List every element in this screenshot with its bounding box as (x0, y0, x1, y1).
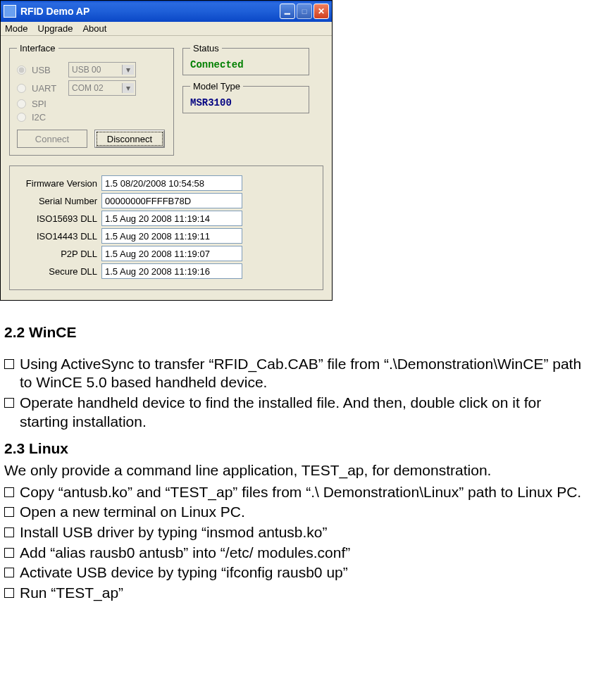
minimize-button[interactable] (280, 4, 295, 19)
serial-label: Serial Number (18, 196, 101, 206)
radio-usb-label: USB (32, 65, 63, 75)
secure-value: 1.5 Aug 20 2008 11:19:16 (101, 263, 242, 279)
bullet-box (4, 568, 14, 577)
client-area: Interface USB USB 00 UART COM 02 SPI (1, 36, 332, 300)
firmware-label: Firmware Version (18, 178, 101, 189)
uart-combo[interactable]: COM 02 (68, 80, 136, 96)
model-value: MSR3100 (190, 97, 302, 108)
bullet-box (4, 359, 14, 369)
radio-spi[interactable] (17, 99, 26, 108)
linux-step-4: Add “alias rausb0 antusb” into “/etc/ mo… (20, 544, 592, 563)
linux-step-1: Copy “antusb.ko” and “TEST_ap” files fro… (20, 483, 592, 502)
model-group: Model Type MSR3100 (182, 81, 309, 113)
titlebar: RFID Demo AP (1, 1, 332, 22)
status-group: Status Connected (182, 43, 309, 75)
bullet-box (4, 588, 14, 598)
linux-step-3: Install USB driver by typing “insmod ant… (20, 523, 592, 542)
radio-uart[interactable] (17, 84, 26, 93)
interface-group: Interface USB USB 00 UART COM 02 SPI (9, 43, 174, 156)
linux-step-2: Open a new terminal on Linux PC. (20, 503, 592, 522)
menubar: Mode Upgrade About (1, 22, 332, 36)
iso15693-label: ISO15693 DLL (18, 213, 101, 224)
close-button[interactable] (313, 4, 329, 19)
p2p-value: 1.5 Aug 20 2008 11:19:07 (101, 246, 242, 261)
serial-value: 00000000FFFFB78D (101, 193, 242, 208)
menu-about[interactable]: About (82, 23, 106, 34)
secure-label: Secure DLL (18, 266, 101, 277)
wince-step-1: Using ActiveSync to transfer “RFID_Cab.C… (20, 355, 592, 392)
radio-spi-label: SPI (32, 99, 63, 109)
linux-intro: We only provide a command line applicati… (4, 461, 592, 480)
iso15693-value: 1.5 Aug 20 2008 11:19:14 (101, 211, 242, 226)
radio-i2c[interactable] (17, 113, 26, 122)
linux-step-6: Run “TEST_ap” (20, 584, 592, 603)
interface-legend: Interface (17, 43, 58, 54)
bullet-box (4, 507, 14, 517)
disconnect-button[interactable]: Disconnect (94, 130, 165, 148)
window-title: RFID Demo AP (20, 6, 280, 17)
maximize-button (297, 4, 312, 19)
status-value: Connected (190, 59, 302, 70)
linux-step-5: Activate USB device by typing “ifconfig … (20, 563, 592, 582)
usb-combo[interactable]: USB 00 (68, 62, 136, 77)
heading-linux: 2.3 Linux (4, 439, 592, 458)
radio-i2c-label: I2C (32, 112, 63, 123)
bullet-box (4, 548, 14, 558)
app-window: RFID Demo AP Mode Upgrade About Interfac… (0, 0, 333, 301)
app-icon (4, 5, 16, 18)
iso14443-value: 1.5 Aug 20 2008 11:19:11 (101, 228, 242, 244)
menu-upgrade[interactable]: Upgrade (38, 23, 73, 34)
radio-usb[interactable] (17, 65, 26, 75)
firmware-value: 1.5 08/20/2008 10:54:58 (101, 175, 242, 191)
document-body: 2.2 WinCE Using ActiveSync to transfer “… (0, 301, 596, 611)
wince-step-2: Operate handheld device to find the inst… (20, 394, 592, 431)
info-group: Firmware Version1.5 08/20/2008 10:54:58 … (9, 165, 323, 290)
connect-button: Connect (17, 130, 87, 148)
bullet-box (4, 398, 14, 408)
model-legend: Model Type (190, 81, 243, 92)
p2p-label: P2P DLL (18, 249, 101, 259)
status-legend: Status (190, 43, 222, 54)
bullet-box (4, 487, 14, 497)
bullet-box (4, 527, 14, 537)
iso14443-label: ISO14443 DLL (18, 231, 101, 242)
radio-uart-label: UART (32, 83, 63, 94)
heading-wince: 2.2 WinCE (4, 323, 592, 342)
menu-mode[interactable]: Mode (5, 23, 28, 34)
